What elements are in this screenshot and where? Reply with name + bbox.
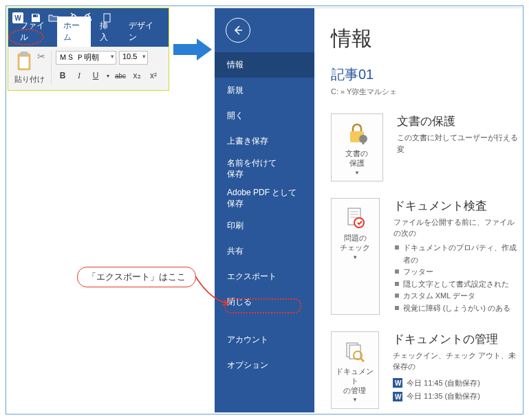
version-item[interactable]: W 今日 11:45 (自動保存) xyxy=(393,377,521,390)
sidebar-item-open[interactable]: 開く xyxy=(215,103,314,129)
paste-label: 貼り付け xyxy=(14,74,45,85)
underline-button[interactable]: U xyxy=(89,69,102,82)
italic-button[interactable]: I xyxy=(72,69,86,82)
manage-text: チェックイン、チェック アウト、未保存の xyxy=(393,350,521,373)
tab-insert[interactable]: 挿入 xyxy=(94,16,120,47)
tab-file[interactable]: ファイル xyxy=(14,16,54,47)
list-item: カスタム XML データ xyxy=(393,290,521,302)
sidebar-item-new[interactable]: 新規 xyxy=(215,78,314,103)
word-doc-icon: W xyxy=(393,378,402,388)
protect-document-button[interactable]: 文書の 保護 ▼ xyxy=(331,113,383,181)
svg-point-8 xyxy=(354,218,364,228)
underline-dropdown-icon[interactable]: ▾ xyxy=(105,69,111,82)
manage-heading: ドキュメントの管理 xyxy=(393,331,521,347)
subscript-button[interactable]: x₂ xyxy=(130,69,144,82)
callout-text: 「エクスポート」はここ xyxy=(77,267,196,287)
ribbon-tabs: ファイル ホーム 挿入 デザイン xyxy=(8,27,169,47)
list-item: 隠し文字として書式設定された xyxy=(393,278,521,291)
version-label: 今日 11:45 (自動保存) xyxy=(407,377,480,390)
lock-icon xyxy=(345,121,369,146)
list-item: 視覚に障碍 (しょうがい) のある xyxy=(393,302,521,315)
breadcrumb: C: » Y弥生マルシェ xyxy=(331,87,521,97)
font-group: ＭＳ Ｐ明朝 10.5 B I U ▾ abc x₂ x² xyxy=(56,51,160,85)
superscript-button[interactable]: x² xyxy=(147,69,160,82)
guide-arrow-icon xyxy=(173,37,212,62)
inspect-doc-icon xyxy=(343,206,367,230)
bold-button[interactable]: B xyxy=(56,69,69,82)
svg-rect-2 xyxy=(20,52,28,56)
sidebar-item-save[interactable]: 上書き保存 xyxy=(215,129,314,154)
callout-arrow-icon xyxy=(194,275,235,309)
version-label: 今日 11:35 (自動保存) xyxy=(407,390,480,404)
protect-text: この文書に対してユーザーが行える変 xyxy=(397,132,521,155)
chevron-down-icon: ▼ xyxy=(354,170,360,177)
word-doc-icon: W xyxy=(393,392,402,401)
manage-btn-label: ドキュメント の管理 xyxy=(334,366,376,396)
sidebar-item-adobe-pdf[interactable]: Adobe PDF として 保存 xyxy=(215,184,314,213)
tab-home[interactable]: ホーム xyxy=(57,16,91,47)
manage-section: ドキュメント の管理 ▼ ドキュメントの管理 チェックイン、チェック アウト、未… xyxy=(331,331,521,409)
paste-group: ✂ 貼り付け xyxy=(14,51,52,85)
svg-text:W: W xyxy=(395,393,402,401)
font-size-select[interactable]: 10.5 xyxy=(119,51,148,65)
backstage-main: 情報 記事01 C: » Y弥生マルシェ 文書の 保護 ▼ 文書の保護 この文書… xyxy=(314,8,521,412)
version-list: W 今日 11:45 (自動保存) W 今日 11:35 (自動保存) xyxy=(393,377,521,404)
protect-heading: 文書の保護 xyxy=(397,113,521,129)
sidebar-item-options[interactable]: オプション xyxy=(215,353,314,378)
back-arrow-icon xyxy=(232,24,244,36)
strikethrough-button[interactable]: abc xyxy=(114,69,127,82)
list-item: ドキュメントのプロパティ、作成者の xyxy=(393,242,521,266)
cut-icon[interactable]: ✂ xyxy=(37,51,45,62)
list-item: フッター xyxy=(393,266,521,278)
paste-icon[interactable] xyxy=(14,51,34,73)
word-ribbon-window: W ファイル ホーム 挿入 デザイン ✂ 貼り付け ＭＳ Ｐ明朝 xyxy=(8,8,169,91)
document-title: 記事01 xyxy=(331,65,521,84)
backstage-sidebar: 情報 新規 開く 上書き保存 名前を付けて 保存 Adobe PDF として 保… xyxy=(215,8,314,412)
svg-text:W: W xyxy=(395,379,402,387)
ribbon-body: ✂ 貼り付け ＭＳ Ｐ明朝 10.5 B I U ▾ abc x₂ x² xyxy=(8,47,169,90)
sidebar-item-saveas[interactable]: 名前を付けて 保存 xyxy=(215,154,314,184)
version-item[interactable]: W 今日 11:35 (自動保存) xyxy=(393,390,521,404)
font-name-select[interactable]: ＭＳ Ｐ明朝 xyxy=(56,51,116,65)
protect-btn-label: 文書の 保護 xyxy=(345,148,368,168)
sidebar-item-account[interactable]: アカウント xyxy=(215,327,314,353)
page-title: 情報 xyxy=(331,25,521,53)
sidebar-item-print[interactable]: 印刷 xyxy=(215,213,314,239)
chevron-down-icon: ▼ xyxy=(352,397,358,404)
protect-section: 文書の 保護 ▼ 文書の保護 この文書に対してユーザーが行える変 xyxy=(331,113,521,181)
inspect-text: ファイルを公開する前に、ファイルの次の xyxy=(393,217,521,239)
manage-document-button[interactable]: ドキュメント の管理 ▼ xyxy=(331,331,379,409)
callout: 「エクスポート」はここ xyxy=(77,267,196,287)
svg-rect-6 xyxy=(362,139,364,144)
inspect-bullet-list: ドキュメントのプロパティ、作成者の フッター 隠し文字として書式設定された カス… xyxy=(393,242,521,315)
svg-rect-3 xyxy=(19,57,28,69)
chevron-down-icon: ▼ xyxy=(352,254,358,261)
inspect-section: 問題の チェック ▼ ドキュメント検査 ファイルを公開する前に、ファイルの次の … xyxy=(331,198,521,315)
inspect-btn-label: 問題の チェック xyxy=(340,233,370,253)
backstage-view: 情報 新規 開く 上書き保存 名前を付けて 保存 Adobe PDF として 保… xyxy=(215,8,521,412)
sidebar-item-share[interactable]: 共有 xyxy=(215,239,314,264)
sidebar-item-info[interactable]: 情報 xyxy=(215,52,314,78)
tab-design[interactable]: デザイン xyxy=(122,16,163,47)
check-issues-button[interactable]: 問題の チェック ▼ xyxy=(331,198,380,315)
back-button[interactable] xyxy=(226,18,250,43)
manage-doc-icon xyxy=(343,339,367,364)
inspect-heading: ドキュメント検査 xyxy=(393,198,521,214)
